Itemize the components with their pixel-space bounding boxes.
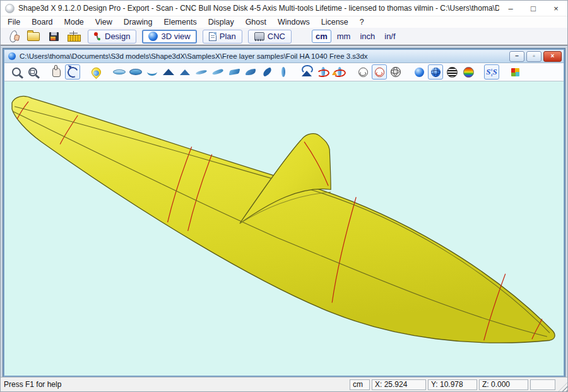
- view-top-outline-icon[interactable]: [112, 64, 127, 80]
- render-outline-glyph: [358, 68, 368, 77]
- light-glyph: [89, 65, 102, 78]
- mode-button-label: Plan: [220, 32, 236, 41]
- mode-button-design[interactable]: Design: [88, 30, 136, 44]
- render-stripes-glyph: [447, 67, 458, 78]
- reset-view-icon[interactable]: [299, 64, 314, 80]
- menu-item-help[interactable]: ?: [354, 18, 370, 27]
- view-tilt-1-icon[interactable]: [194, 64, 209, 80]
- rotate-3d-glyph: [66, 65, 80, 79]
- menu-item-view[interactable]: View: [90, 18, 118, 27]
- open-button[interactable]: [23, 28, 44, 45]
- view-thin-icon[interactable]: [145, 64, 160, 80]
- mode-button-cnc[interactable]: CNC: [248, 30, 292, 44]
- status-y: Y: 10.978: [428, 379, 477, 390]
- render-sections-icon[interactable]: [372, 64, 387, 80]
- unit-cm[interactable]: cm: [312, 30, 331, 43]
- zoom-glyph: [12, 68, 21, 76]
- flip-board-glyph: [338, 67, 341, 77]
- new-board-button[interactable]: [3, 28, 23, 45]
- unit-inch[interactable]: inch: [356, 30, 379, 43]
- mdi-area: C:\Users\thoma\Documents\S3d models\Shap…: [1, 45, 567, 377]
- view-leaf-glyph: [261, 67, 273, 76]
- symmetry-glyph: S¦S: [486, 67, 497, 77]
- menu-item-display[interactable]: Display: [203, 18, 240, 27]
- render-curvature-glyph: [463, 67, 474, 78]
- light-icon[interactable]: [88, 64, 104, 80]
- view-quarter-icon[interactable]: [227, 64, 242, 80]
- resize-grip[interactable]: [559, 383, 567, 391]
- colors-icon[interactable]: [507, 64, 523, 80]
- status-bar: Press F1 for help cm X: 25.924 Y: 10.978…: [1, 377, 567, 391]
- maximize-button[interactable]: □: [522, 1, 545, 16]
- doc-close-button[interactable]: ×: [543, 51, 562, 62]
- menu-item-windows[interactable]: Windows: [272, 18, 316, 27]
- render-solid-glyph: [415, 68, 424, 77]
- doc-minimize-button[interactable]: –: [509, 51, 524, 62]
- menu-item-board[interactable]: Board: [26, 18, 58, 27]
- zoom-window-icon[interactable]: [25, 64, 40, 80]
- render-solid-wire-icon[interactable]: [428, 64, 443, 80]
- new-board-icon: [9, 30, 18, 43]
- doc-restore-button[interactable]: ▫: [526, 51, 541, 62]
- viewport-3d[interactable]: [4, 81, 564, 376]
- mode-button-3d-view[interactable]: 3D view: [142, 30, 196, 44]
- cnc-mill-icon: [254, 32, 264, 40]
- foil-3d-render: [4, 81, 564, 376]
- close-button[interactable]: ×: [545, 1, 567, 16]
- window-title: Shape3d X 9.1.2.0 Design Pro - Export - …: [18, 4, 499, 13]
- zoom-icon[interactable]: [9, 64, 24, 80]
- view-front-dark-glyph: [163, 69, 174, 75]
- colors-glyph: [511, 68, 519, 76]
- pan-glyph: [52, 68, 61, 77]
- mode-button-plan[interactable]: Plan: [203, 30, 242, 44]
- menu-item-ghost[interactable]: Ghost: [240, 18, 272, 27]
- view-top-outline-glyph: [113, 69, 126, 74]
- minimize-button[interactable]: –: [499, 1, 522, 16]
- mode-button-label: 3D view: [161, 32, 190, 41]
- render-curvature-icon[interactable]: [461, 64, 476, 80]
- view-tilt-2-icon[interactable]: [210, 64, 225, 80]
- rotate-3d-icon[interactable]: [65, 64, 80, 80]
- unit-in-f[interactable]: in/f: [381, 30, 399, 43]
- unit-mm[interactable]: mm: [333, 30, 355, 43]
- document-icon: [8, 52, 16, 60]
- sphere-icon: [148, 32, 158, 41]
- render-solid-icon[interactable]: [411, 64, 427, 80]
- view-leaf-icon[interactable]: [259, 64, 275, 80]
- view-side-icon[interactable]: [276, 64, 291, 80]
- render-wireframe-icon[interactable]: [388, 64, 403, 80]
- render-solid-wire-glyph: [431, 68, 441, 77]
- view-front-dark-icon[interactable]: [161, 64, 176, 80]
- status-x: X: 25.924: [372, 379, 426, 390]
- flip-board-icon[interactable]: [332, 64, 347, 80]
- mode-buttons: Design3D viewPlanCNC: [88, 30, 292, 44]
- dimensions-button[interactable]: [64, 28, 84, 45]
- view-front-icon[interactable]: [177, 64, 192, 80]
- rotate-board-icon[interactable]: [316, 64, 331, 80]
- dimensions-icon: [68, 35, 81, 42]
- view-side-glyph: [281, 67, 285, 77]
- render-outline-icon[interactable]: [355, 64, 370, 80]
- view-top-icon[interactable]: [128, 64, 143, 80]
- plan-doc-icon: [209, 32, 216, 41]
- render-stripes-icon[interactable]: [444, 64, 459, 80]
- status-z: Z: 0.000: [479, 379, 528, 390]
- menu-item-drawing[interactable]: Drawing: [118, 18, 158, 27]
- view-tilt-1-glyph: [196, 69, 208, 74]
- pan-icon[interactable]: [49, 64, 64, 80]
- render-wireframe-glyph: [391, 67, 401, 77]
- mode-button-label: CNC: [268, 32, 285, 41]
- menu-item-elements[interactable]: Elements: [158, 18, 203, 27]
- menu-item-file[interactable]: File: [2, 18, 26, 27]
- menu-item-license[interactable]: License: [316, 18, 354, 27]
- status-empty: [530, 379, 555, 390]
- view-perspective-glyph: [246, 69, 256, 75]
- title-bar: Shape3d X 9.1.2.0 Design Pro - Export - …: [1, 1, 567, 16]
- save-button[interactable]: [44, 28, 64, 45]
- menu-item-mode[interactable]: Mode: [59, 18, 90, 27]
- file-toolbar: [3, 28, 84, 45]
- foil-wing: [12, 96, 555, 343]
- view-perspective-icon[interactable]: [243, 64, 258, 80]
- zoom-window-glyph: [28, 68, 37, 76]
- symmetry-icon[interactable]: S¦S: [484, 64, 499, 80]
